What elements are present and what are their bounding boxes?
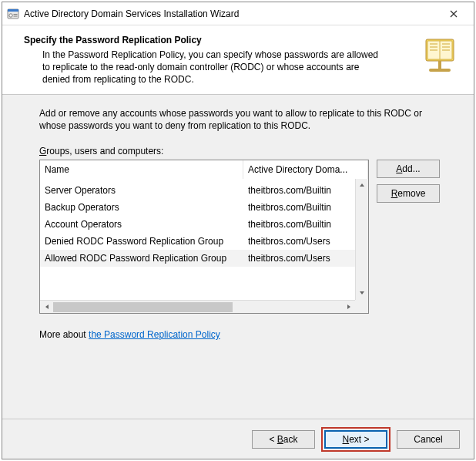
column-name[interactable]: Name xyxy=(40,160,243,179)
wizard-window: Active Directory Domain Services Install… xyxy=(2,2,474,459)
back-button[interactable]: < Back xyxy=(252,430,315,449)
list-item[interactable]: Backup Operators theitbros.com/Builtin xyxy=(40,199,355,216)
svg-rect-1 xyxy=(8,9,18,12)
add-button[interactable]: Add... xyxy=(377,160,440,178)
scroll-right-icon[interactable] xyxy=(342,301,355,313)
accounts-list[interactable]: Name Active Directory Doma... Server Ope… xyxy=(39,160,369,314)
page-heading: Specify the Password Replication Policy xyxy=(24,35,412,45)
window-title: Active Directory Domain Services Install… xyxy=(24,8,437,19)
column-folder[interactable]: Active Directory Doma... xyxy=(243,160,368,179)
list-header[interactable]: Name Active Directory Doma... xyxy=(40,160,368,179)
svg-rect-4 xyxy=(14,15,18,16)
svg-point-2 xyxy=(9,13,12,16)
next-button[interactable]: Next > xyxy=(324,430,387,449)
vertical-scrollbar[interactable] xyxy=(355,179,368,300)
list-item[interactable]: Allowed RODC Password Replication Group … xyxy=(40,250,355,267)
list-item[interactable]: Denied RODC Password Replication Group t… xyxy=(40,233,355,250)
policy-link[interactable]: the Password Replication Policy xyxy=(89,329,220,340)
wizard-footer: < Back Next > Cancel xyxy=(2,419,474,459)
close-button[interactable] xyxy=(437,3,471,25)
wizard-body: Add or remove any accounts whose passwor… xyxy=(2,95,474,419)
svg-rect-17 xyxy=(429,69,451,72)
svg-rect-3 xyxy=(14,14,18,15)
scroll-down-icon[interactable] xyxy=(356,287,368,300)
list-item[interactable]: Account Operators theitbros.com/Builtin xyxy=(40,216,355,233)
svg-rect-16 xyxy=(438,61,441,69)
scroll-thumb[interactable] xyxy=(53,302,233,312)
horizontal-scrollbar[interactable] xyxy=(40,300,368,313)
scroll-up-icon[interactable] xyxy=(356,179,368,192)
remove-button[interactable]: Remove xyxy=(377,184,440,203)
scroll-left-icon[interactable] xyxy=(40,301,53,313)
list-label: Groups, users and computers: xyxy=(39,146,457,156)
instruction-text: Add or remove any accounts whose passwor… xyxy=(39,107,440,132)
cancel-button[interactable]: Cancel xyxy=(397,430,460,449)
wizard-header: Specify the Password Replication Policy … xyxy=(2,25,474,95)
next-highlight: Next > xyxy=(321,427,391,452)
more-about: More about the Password Replication Poli… xyxy=(39,329,457,340)
page-description: In the Password Replication Policy, you … xyxy=(42,49,387,86)
app-icon xyxy=(7,8,19,20)
list-item[interactable]: Server Operators theitbros.com/Builtin xyxy=(40,182,355,199)
titlebar: Active Directory Domain Services Install… xyxy=(2,2,474,25)
book-icon xyxy=(421,35,458,78)
